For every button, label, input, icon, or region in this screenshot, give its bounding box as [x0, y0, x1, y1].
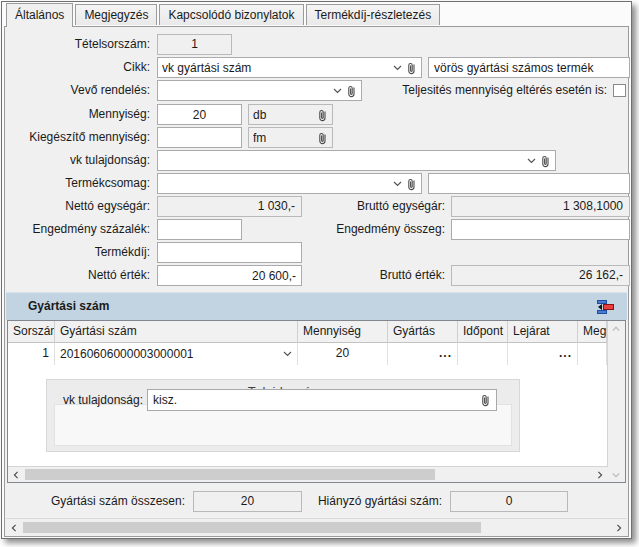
table-row: 1 20160606000003000001 20 ... ...: [8, 343, 607, 365]
row-engedmeny: Engedmény százalék: Engedmény összeg:: [2, 219, 631, 240]
termekcsomag-label: Termékcsomag:: [2, 173, 150, 194]
row-ertek: Nettó érték: Bruttó érték: 26 162,-: [2, 265, 631, 286]
row-cikk: Cikk: vk gyártási szám: [2, 57, 631, 78]
chevron-right-icon[interactable]: [592, 467, 608, 482]
netto-egysegar-value: 1 030,-: [157, 196, 302, 217]
paperclip-icon[interactable]: [346, 84, 357, 98]
chevron-down-icon[interactable]: [527, 158, 536, 164]
table-vertical-scrollbar[interactable]: [607, 321, 625, 482]
row-termekdij: Termékdíj:: [2, 242, 631, 263]
detail-window: Általános Megjegyzés Kapcsolódó bizonyla…: [1, 1, 632, 539]
scrollbar-thumb[interactable]: [23, 522, 481, 533]
col-header-megjegyzes[interactable]: Megj: [578, 321, 607, 343]
col-header-lejarat[interactable]: Lejárat: [508, 321, 578, 343]
missing-label: Hiányzó gyártási szám:: [302, 491, 442, 512]
chevron-down-icon[interactable]: [283, 351, 292, 357]
gyartasi-szam-table: Sorszám Gyártási szám Mennyiség Gyártás …: [7, 320, 626, 483]
tetelsorszam-value: 1: [157, 34, 232, 55]
brutto-egysegar-label: Bruttó egységár:: [307, 196, 445, 217]
paperclip-icon[interactable]: [317, 108, 328, 122]
paperclip-icon[interactable]: [406, 177, 417, 191]
termekdij-field[interactable]: [157, 242, 302, 263]
tab-termekdij-reszletezes[interactable]: Termékdíj-részletezés: [306, 4, 441, 25]
missing-value: 0: [450, 491, 568, 512]
kiegeszito-mennyiseg-field[interactable]: [157, 127, 242, 148]
table-header-row: Sorszám Gyártási szám Mennyiség Gyártás …: [8, 321, 607, 343]
grid-rows-icon[interactable]: [597, 299, 615, 315]
chevron-up-icon[interactable]: [608, 321, 624, 336]
scrollbar-thumb[interactable]: [25, 469, 435, 480]
group-vk-tulajdonsag-value: kisz.: [153, 393, 476, 407]
row-vk-tulajdonsag: vk tulajdonság:: [2, 150, 631, 171]
netto-ertek-field[interactable]: [157, 265, 302, 286]
row-mennyiseg: Mennyiség: db: [2, 104, 631, 125]
cikk-combobox[interactable]: vk gyártási szám: [157, 57, 422, 78]
chevron-left-icon[interactable]: [6, 520, 22, 535]
col-header-idopont[interactable]: Időpont: [458, 321, 508, 343]
termekdij-label: Termékdíj:: [2, 242, 150, 263]
vk-tulajdonsag-label: vk tulajdonság:: [2, 150, 150, 171]
col-header-sorszam[interactable]: Sorszám: [8, 321, 55, 343]
gyartasi-szam-value: 20160606000003000001: [60, 344, 279, 365]
vk-tulajdonsag-combobox[interactable]: [157, 150, 556, 171]
chevron-down-icon[interactable]: [608, 467, 624, 482]
row-egysegar: Nettó egységár: 1 030,- Bruttó egységár:…: [2, 196, 631, 217]
tab-bar: Általános Megjegyzés Kapcsolódó bizonyla…: [6, 4, 440, 27]
group-vk-tulajdonsag-field[interactable]: kisz.: [147, 389, 497, 411]
row-termekcsomag: Termékcsomag:: [2, 173, 631, 194]
tetelsorszam-label: Tételsorszám:: [2, 34, 150, 55]
cell-gyartas-ellipsis-button[interactable]: ...: [388, 343, 458, 365]
netto-ertek-label: Nettó érték:: [2, 265, 150, 286]
cikk-combobox-value: vk gyártási szám: [162, 61, 389, 75]
col-header-mennyiseg[interactable]: Mennyiség: [298, 321, 388, 343]
gyartasi-szam-section-header: Gyártási szám: [6, 292, 627, 320]
kiegeszito-mennyiseg-label: Kiegészítő mennyiség:: [2, 127, 150, 148]
engedmeny-osszeg-label: Engedmény összeg:: [307, 219, 445, 240]
cell-idopont[interactable]: [458, 343, 508, 365]
chevron-down-icon[interactable]: [333, 88, 342, 94]
section-title: Gyártási szám: [28, 293, 109, 320]
mennyiseg-unit-field: db: [248, 104, 333, 125]
paperclip-icon[interactable]: [317, 131, 328, 145]
row-tetelsorszam: Tételsorszám: 1: [2, 34, 631, 55]
termekcsomag-combobox[interactable]: [157, 173, 422, 194]
teljesites-checkbox[interactable]: [613, 84, 626, 97]
cikk-label: Cikk:: [2, 57, 150, 78]
vevo-rendeles-combobox[interactable]: [157, 80, 362, 101]
teljesites-checkbox-label: Teljesités mennyiség eltérés esetén is:: [362, 80, 607, 101]
netto-egysegar-label: Nettó egységár:: [2, 196, 150, 217]
cell-lejarat-ellipsis-button[interactable]: ...: [508, 343, 578, 365]
chevron-down-icon[interactable]: [393, 181, 402, 187]
tab-altalanos[interactable]: Általános: [6, 3, 73, 27]
total-label: Gyártási szám összesen:: [2, 491, 185, 512]
brutto-ertek-label: Bruttó érték:: [307, 265, 445, 286]
kiegeszito-unit-value: fm: [253, 131, 313, 145]
col-header-gyartasi-szam[interactable]: Gyártási szám: [55, 321, 298, 343]
paperclip-icon[interactable]: [540, 154, 551, 168]
cell-megjegyzes[interactable]: [578, 343, 607, 365]
engedmeny-osszeg-field[interactable]: [451, 219, 630, 240]
tulajdonsag-groupbox: Tulajdonság vk tulajdonság: kisz.: [46, 379, 520, 452]
chevron-right-icon[interactable]: [611, 520, 627, 535]
chevron-down-icon[interactable]: [393, 65, 402, 71]
chevron-left-icon[interactable]: [8, 467, 24, 482]
mennyiseg-unit-value: db: [253, 108, 313, 122]
mennyiseg-field[interactable]: [157, 104, 242, 125]
row-kiegeszito-mennyiseg: Kiegészítő mennyiség: fm: [2, 127, 631, 148]
termekcsomag-name-field[interactable]: [428, 173, 630, 194]
window-horizontal-scrollbar[interactable]: [6, 518, 627, 535]
group-vk-tulajdonsag-label: vk tulajdonság:: [53, 380, 143, 420]
cell-gyartasi-szam-combobox[interactable]: 20160606000003000001: [55, 343, 298, 365]
cell-mennyiseg[interactable]: 20: [298, 343, 388, 365]
engedmeny-szazalek-field[interactable]: [157, 219, 242, 240]
table-horizontal-scrollbar[interactable]: [8, 466, 608, 482]
screenshot-stage: Általános Megjegyzés Kapcsolódó bizonyla…: [0, 0, 639, 547]
paperclip-icon[interactable]: [480, 393, 491, 407]
tab-kapcsolodo-bizonylatok[interactable]: Kapcsolódó bizonylatok: [159, 4, 303, 25]
tab-megjegyzes[interactable]: Megjegyzés: [75, 4, 157, 25]
engedmeny-szazalek-label: Engedmény százalék:: [2, 219, 150, 240]
paperclip-icon[interactable]: [406, 61, 417, 75]
cikk-name-field[interactable]: [428, 57, 630, 78]
col-header-gyartas[interactable]: Gyártás: [388, 321, 458, 343]
mennyiseg-label: Mennyiség:: [2, 104, 150, 125]
